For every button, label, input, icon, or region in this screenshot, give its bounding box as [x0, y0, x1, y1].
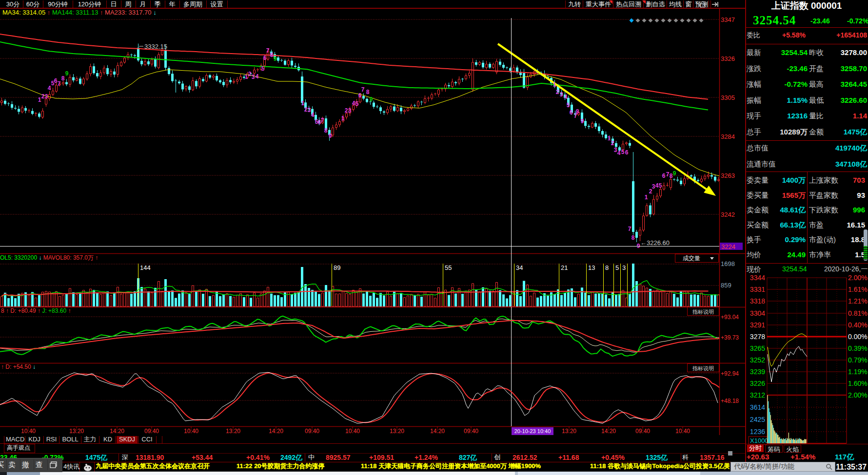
svg-text:2: 2: [556, 89, 559, 95]
svg-text:↑ D: +54.50 ↓: ↑ D: +54.50 ↓: [1, 363, 36, 370]
svg-text:←3226.60: ←3226.60: [640, 239, 670, 247]
svg-text:3212: 3212: [750, 391, 765, 399]
svg-text:55: 55: [445, 264, 452, 271]
svg-text:7: 7: [628, 226, 631, 232]
svg-text:0.39%: 0.39%: [848, 344, 868, 352]
svg-text:3263: 3263: [721, 172, 735, 179]
svg-text:3: 3: [622, 264, 626, 271]
svg-text:3291: 3291: [750, 321, 765, 329]
svg-text:5: 5: [621, 149, 625, 155]
svg-text:13:20: 13:20: [226, 428, 240, 435]
svg-text:4: 4: [311, 112, 315, 118]
svg-text:1.21%: 1.21%: [848, 297, 868, 305]
svg-text:3224: 3224: [721, 243, 735, 250]
svg-text:7: 7: [266, 47, 270, 54]
svg-text:10:40: 10:40: [21, 428, 36, 435]
svg-text:3304: 3304: [750, 309, 765, 317]
svg-text:8: 8: [670, 172, 673, 179]
svg-text:8: 8: [631, 234, 635, 241]
svg-text:3: 3: [308, 107, 311, 114]
svg-text:3252: 3252: [750, 356, 765, 364]
svg-text:5: 5: [615, 264, 619, 271]
svg-text:09:40: 09:40: [635, 428, 650, 435]
svg-text:2.00%: 2.00%: [848, 391, 868, 399]
svg-text:09:40: 09:40: [305, 428, 319, 435]
svg-text:3305: 3305: [721, 94, 735, 101]
svg-text:X1000: X1000: [750, 437, 769, 444]
svg-text:2: 2: [41, 93, 45, 100]
svg-text:09:40: 09:40: [464, 428, 478, 435]
svg-text:0.81%: 0.81%: [848, 309, 868, 317]
svg-text:2.00%: 2.00%: [848, 274, 868, 282]
svg-text:1.61%: 1.61%: [848, 285, 868, 293]
svg-text:13:20: 13:20: [69, 428, 84, 435]
svg-text:6: 6: [570, 109, 573, 116]
svg-text:89: 89: [334, 264, 340, 271]
svg-text:14:20: 14:20: [269, 428, 283, 435]
svg-text:6: 6: [263, 55, 267, 61]
svg-text:4: 4: [256, 73, 259, 80]
svg-text:2425: 2425: [750, 416, 765, 423]
svg-text:10:40: 10:40: [184, 428, 198, 435]
svg-text:9: 9: [274, 56, 277, 62]
svg-text:2: 2: [304, 106, 308, 113]
svg-text:2: 2: [345, 107, 348, 114]
svg-text:4: 4: [48, 85, 51, 92]
svg-text:34: 34: [516, 264, 523, 271]
svg-text:13:20: 13:20: [562, 428, 576, 435]
svg-text:2: 2: [248, 71, 252, 77]
svg-text:+93.04: +93.04: [721, 314, 739, 321]
svg-text:3318: 3318: [750, 297, 765, 305]
svg-text:7: 7: [666, 171, 670, 178]
svg-text:+39.73: +39.73: [721, 334, 739, 341]
svg-text:6: 6: [54, 77, 58, 84]
svg-text:7: 7: [321, 117, 324, 124]
svg-text:14:20: 14:20: [430, 428, 445, 435]
svg-text:3284: 3284: [721, 133, 735, 140]
svg-text:1698: 1698: [721, 260, 735, 267]
svg-text:3332.15: 3332.15: [144, 43, 167, 50]
svg-text:5: 5: [659, 182, 662, 189]
svg-text:OL5: 3320200 ↓ MAVOL80: 357.0: OL5: 3320200 ↓ MAVOL80: 357.0万 ↑: [0, 254, 98, 261]
svg-text:10:40: 10:40: [675, 428, 690, 435]
svg-text:7: 7: [361, 86, 365, 93]
svg-text:8: 8: [61, 75, 65, 82]
svg-text:3344: 3344: [750, 274, 765, 282]
svg-text:1236: 1236: [750, 428, 765, 436]
svg-text:9: 9: [65, 70, 69, 77]
svg-text:3: 3: [45, 93, 48, 100]
svg-text:1: 1: [38, 96, 41, 103]
svg-text:1: 1: [553, 81, 556, 88]
svg-text:1: 1: [645, 194, 648, 201]
svg-text:3226: 3226: [750, 380, 765, 387]
svg-text:3265: 3265: [750, 344, 765, 352]
svg-text:5: 5: [261, 65, 265, 72]
svg-text:3331: 3331: [750, 285, 765, 293]
svg-text:6: 6: [358, 92, 362, 99]
svg-text:13: 13: [588, 264, 595, 271]
svg-text:8: 8: [605, 264, 609, 271]
svg-text:4: 4: [655, 182, 659, 189]
svg-text:9: 9: [581, 118, 584, 125]
svg-text:指标说明: 指标说明: [692, 365, 714, 371]
svg-text:9: 9: [673, 170, 676, 177]
svg-text:859: 859: [721, 282, 731, 289]
svg-text:20-10-23 10:40: 20-10-23 10:40: [514, 428, 551, 434]
svg-text:9: 9: [370, 96, 373, 103]
svg-text:1: 1: [608, 135, 611, 142]
svg-text:0.40%: 0.40%: [848, 321, 868, 329]
svg-text:3: 3: [614, 147, 617, 153]
svg-text:4: 4: [564, 94, 568, 100]
svg-text:7: 7: [58, 80, 61, 87]
svg-text:10:40: 10:40: [345, 428, 360, 435]
svg-text:0.00%: 0.00%: [848, 333, 868, 341]
svg-text:8: 8: [270, 52, 274, 58]
svg-text:3278: 3278: [750, 333, 765, 341]
svg-text:3326: 3326: [721, 55, 735, 62]
svg-text:1: 1: [245, 74, 248, 80]
svg-text:14:20: 14:20: [110, 428, 124, 435]
svg-text:21: 21: [561, 264, 568, 271]
svg-text:8: 8: [576, 108, 579, 115]
svg-text:3242: 3242: [721, 211, 735, 218]
svg-text:144: 144: [140, 264, 151, 271]
